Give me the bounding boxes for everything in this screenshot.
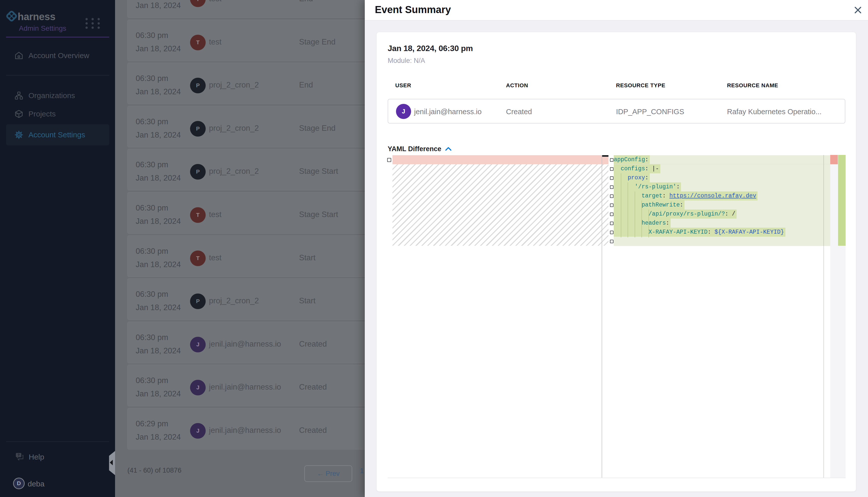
- svg-text:?: ?: [18, 453, 20, 457]
